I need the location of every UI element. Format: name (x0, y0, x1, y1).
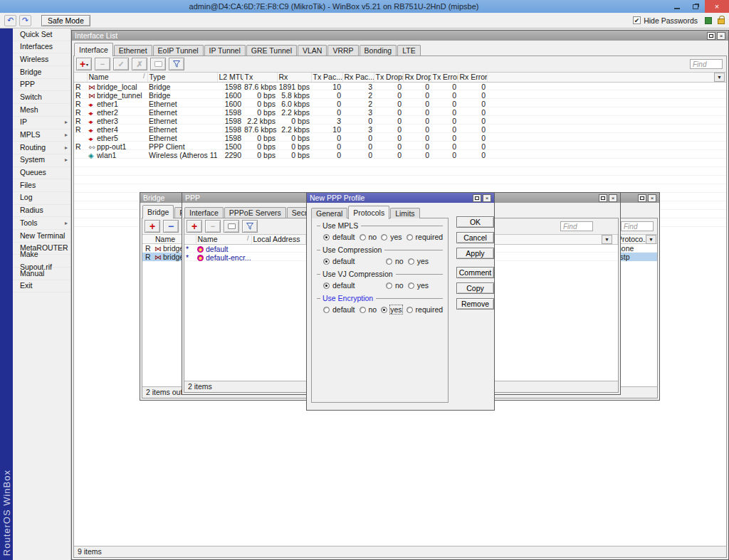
sidebar-item-routing[interactable]: Routing▸ (13, 142, 70, 154)
sidebar-item-mesh[interactable]: Mesh (13, 104, 70, 117)
local-address-column-header[interactable]: Local Address (251, 235, 305, 244)
tx-packet-column-header[interactable]: Tx Pac... (311, 73, 342, 82)
close-button[interactable]: × (705, 0, 729, 13)
find-input[interactable] (560, 221, 593, 231)
sidebar-item-tools[interactable]: Tools▸ (13, 217, 70, 230)
tab-bridge[interactable]: Bridge (142, 205, 174, 218)
tab-pppoe-servers[interactable]: PPPoE Servers (224, 207, 286, 218)
radio-encryption-yes[interactable]: yes (381, 305, 402, 314)
radio-vj-yes[interactable]: yes (408, 281, 429, 290)
close-window-button[interactable]: × (648, 194, 656, 202)
maximize-button[interactable] (638, 194, 646, 202)
table-row[interactable]: R bridge_tunnel Bridge 1600 0 bps 5.8 kb… (74, 91, 726, 100)
add-button[interactable]: + (187, 220, 202, 233)
dialog-titlebar[interactable]: New PPP Profile × (307, 193, 494, 203)
sidebar-item-ppp[interactable]: PPP (13, 79, 70, 92)
sidebar-item-bridge[interactable]: Bridge (13, 66, 70, 79)
safe-mode-button[interactable]: Safe Mode (41, 15, 90, 26)
comment-button[interactable]: Comment (456, 267, 494, 278)
table-row[interactable]: R bridge_local Bridge 1598 87.6 kbps 189… (74, 82, 726, 91)
table-row[interactable]: R ether3 Ethernet 1598 2.2 kbps 0 bps 3 … (74, 117, 726, 125)
remove-button[interactable]: Remove (456, 298, 494, 310)
disable-button[interactable]: ✗ (132, 58, 147, 70)
table-row[interactable]: R ether4 Ethernet 1598 87.6 kbps 2.2 kbp… (74, 125, 726, 134)
comment-button[interactable] (224, 220, 239, 233)
sidebar-item-manual[interactable]: Manual (13, 268, 70, 280)
remove-button[interactable]: − (205, 220, 221, 233)
column-menu-button[interactable]: ▼ (646, 235, 656, 244)
maximize-button[interactable] (707, 32, 715, 40)
add-button[interactable]: +▾ (76, 58, 92, 70)
enable-button[interactable]: ✓ (113, 58, 129, 70)
cancel-button[interactable]: Cancel (456, 232, 494, 243)
restore-button[interactable] (686, 0, 705, 13)
sidebar-item-wireless[interactable]: Wireless (13, 53, 70, 66)
close-window-button[interactable]: × (717, 32, 725, 40)
maximize-button[interactable] (599, 194, 607, 202)
radio-vj-no[interactable]: no (386, 281, 404, 290)
tab-vlan[interactable]: VLAN (298, 45, 327, 56)
sidebar-item-queues[interactable]: Queues (13, 167, 70, 180)
radio-compression-yes[interactable]: yes (408, 257, 429, 265)
tab-lte[interactable]: LTE (397, 45, 420, 56)
tx-drops-column-header[interactable]: Tx Drops (374, 73, 403, 82)
tab-ppp-interface[interactable]: Interface (184, 207, 224, 218)
tx-errors-column-header[interactable]: Tx Errors (431, 73, 458, 82)
redo-button[interactable]: ↷ (19, 15, 31, 26)
radio-mpls-required[interactable]: required (407, 233, 444, 241)
rx-packet-column-header[interactable]: Rx Pac... (342, 73, 374, 82)
sidebar-item-quick-set[interactable]: Quick Set (13, 28, 70, 41)
rx-column-header[interactable]: Rx (277, 73, 311, 82)
sidebar-item-interfaces[interactable]: Interfaces (13, 41, 70, 54)
radio-encryption-no[interactable]: no (360, 305, 377, 314)
name-column-header[interactable]: Name/ (196, 235, 251, 244)
name-column-header[interactable]: Name (155, 235, 175, 243)
radio-vj-default[interactable]: default (323, 281, 355, 290)
sidebar-item-switch[interactable]: Switch (13, 91, 70, 104)
radio-mpls-default[interactable]: default (323, 233, 355, 241)
close-window-button[interactable]: × (609, 194, 617, 202)
sidebar-item-system[interactable]: System▸ (13, 154, 70, 167)
comment-button[interactable] (150, 58, 166, 70)
rx-errors-column-header[interactable]: Rx Errors (458, 73, 487, 82)
remove-button[interactable]: − (95, 58, 110, 70)
name-column-header[interactable]: Name/ (87, 73, 147, 82)
sidebar-item-log[interactable]: Log (13, 192, 70, 205)
radio-compression-no[interactable]: no (386, 257, 404, 265)
tab-limits[interactable]: Limits (390, 208, 419, 218)
radio-mpls-yes[interactable]: yes (381, 233, 402, 241)
undo-button[interactable]: ↶ (4, 15, 16, 26)
tab-ip-tunnel[interactable]: IP Tunnel (204, 45, 246, 56)
flag-column-header[interactable] (184, 235, 196, 244)
column-menu-button[interactable]: ▼ (714, 73, 725, 82)
copy-button[interactable]: Copy (456, 282, 494, 294)
maximize-button[interactable] (473, 194, 481, 202)
column-menu-button[interactable]: ▼ (602, 235, 612, 244)
rx-drops-column-header[interactable]: Rx Drops (403, 73, 431, 82)
sidebar-item-ip[interactable]: IP▸ (13, 117, 70, 130)
remove-button[interactable]: − (163, 220, 179, 233)
table-row[interactable]: R ppp-out1 PPP Client 1500 0 bps 0 bps 0… (74, 142, 726, 151)
hide-passwords-toggle[interactable]: ✔ Hide Passwords (633, 16, 698, 25)
apply-button[interactable]: Apply (456, 248, 494, 259)
tab-interface[interactable]: Interface (74, 43, 113, 56)
tab-ethernet[interactable]: Ethernet (114, 45, 152, 56)
hide-passwords-checkbox[interactable]: ✔ (633, 16, 641, 24)
find-input[interactable] (621, 221, 654, 231)
add-button[interactable]: + (145, 220, 160, 233)
ok-button[interactable]: OK (456, 216, 494, 228)
l2mtu-column-header[interactable]: L2 MTU (217, 73, 243, 82)
type-column-header[interactable]: Type (147, 73, 217, 82)
radio-compression-default[interactable]: default (323, 257, 355, 265)
tab-protocols[interactable]: Protocols (348, 206, 389, 219)
filter-button[interactable] (169, 58, 184, 70)
sidebar-item-exit[interactable]: Exit (13, 280, 70, 293)
tab-general[interactable]: General (311, 208, 347, 218)
close-dialog-button[interactable]: × (483, 194, 491, 202)
minimize-button[interactable] (668, 0, 686, 13)
table-row[interactable]: wlan1 Wireless (Atheros 11N) 2290 0 bps … (74, 151, 726, 159)
find-input[interactable] (690, 59, 723, 69)
tab-eoip-tunnel[interactable]: EoIP Tunnel (153, 45, 204, 56)
filter-button[interactable] (242, 220, 258, 233)
sidebar-item-files[interactable]: Files (13, 179, 70, 192)
